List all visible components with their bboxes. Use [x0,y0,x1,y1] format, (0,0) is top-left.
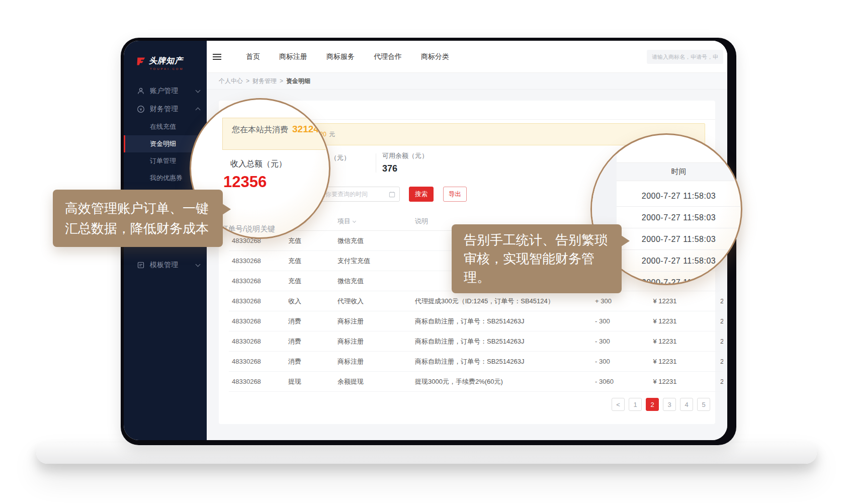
search-button[interactable]: 搜索 [409,187,434,202]
cell-order: 48330268 [229,358,285,365]
stat-label-fragment: （元） [330,153,350,162]
top-navbar: 首页 商标注册 商标服务 代理合作 商标分类 [207,41,727,73]
pagination: < 1 2 3 4 5 [219,398,710,411]
magnified-time-value: 2000-7-27 11:58:03 [617,185,741,207]
stat-available-balance: 可用余额（元） 376 [382,151,428,174]
table-row: 48330268 消费 商标注册 商标自助注册，订单号：SB2514263J -… [229,331,723,352]
magnified-banner-amount: 32124 [292,124,319,135]
cell-project: 微信充值 [335,277,412,286]
logo-name: 头牌知产 [149,56,183,66]
breadcrumb-item[interactable]: 财务管理 [252,77,277,86]
nav-item-trademark-service[interactable]: 商标服务 [319,52,362,61]
magnified-income-value: 12356 [223,173,267,191]
svg-text:¥: ¥ [139,107,142,112]
cell-balance: ¥ 12231 [638,297,692,305]
cell-time: 2000-7-27 11:58:03 [692,317,723,325]
stat-divider [376,153,376,173]
callout-left-text: 高效管理账户订单、一键汇总数据，降低财务成本 [65,201,209,236]
cell-balance: ¥ 12231 [638,358,692,365]
cell-time: 2000-7-27 11:58:03 [692,338,723,345]
sidebar-item-label: 模板管理 [150,261,178,270]
cell-balance: ¥ 12231 [638,317,692,325]
breadcrumb: 个人中心 > 财务管理 > 资金明细 [207,73,727,90]
magnified-time-value: 2000-7-27 11:58:03 [617,207,741,228]
cell-project: 微信充值 [335,236,412,245]
cell-order: 48330268 [229,378,285,385]
page: 头牌知产 TOUPAI.COM 账户管理 ¥ [0,0,853,504]
cell-desc: 商标自助注册，订单号：SB2514263J [412,357,590,366]
callout-right-text: 告别手工统计、告别繁琐审核，实现智能财务管理。 [464,232,608,285]
sidebar-item-label: 账户管理 [150,87,178,96]
chevron-down-icon [196,262,201,267]
breadcrumb-item[interactable]: 个人中心 [219,77,243,86]
cell-amount: - 3060 [590,378,638,385]
cell-desc: 商标自助注册，订单号：SB2514263J [412,317,590,326]
logo-domain: TOUPAI.COM [150,67,207,70]
breadcrumb-separator: > [280,77,283,85]
cell-type: 收入 [285,297,335,306]
user-icon [137,87,145,95]
cell-amount: - 300 [590,358,638,365]
logo-icon [136,56,146,66]
pagination-page-2[interactable]: 2 [646,398,659,411]
cell-order: 48330268 [229,257,285,265]
export-button[interactable]: 导出 [443,187,467,202]
nav-item-home[interactable]: 首页 [239,52,267,61]
cell-project: 余额提现 [335,377,412,386]
cell-amount: + 300 [590,297,638,305]
nav-item-trademark-category[interactable]: 商标分类 [414,52,456,61]
pagination-prev[interactable]: < [612,398,625,411]
finance-icon: ¥ [137,105,145,113]
magnified-time-header: 时间 [617,162,741,181]
top-nav-links: 首页 商标注册 商标服务 代理合作 商标分类 [239,52,461,61]
callout-pointer [222,204,231,215]
laptop-base [36,443,817,464]
chevron-down-icon [196,88,201,93]
magnified-income-label: 收入总额（元） [230,159,287,170]
cell-project: 支付宝充值 [335,257,412,266]
nav-item-trademark-register[interactable]: 商标注册 [272,52,314,61]
cell-amount: - 300 [590,317,638,325]
sort-caret-icon [353,219,356,222]
cell-balance: ¥ 12231 [638,378,692,385]
sidebar-item-finance[interactable]: ¥ 财务管理 [124,100,207,118]
cell-order: 48330268 [229,297,285,305]
cell-time: 2000-7-27 11:58:03 [692,297,723,305]
pagination-page-4[interactable]: 4 [680,398,693,411]
cell-order: 48330268 [229,277,285,285]
cell-desc: 提现3000元，手续费2%(60元) [412,377,590,386]
cell-type: 充值 [285,277,335,286]
magnified-time-value: 2000-7-27 11:58:03 [617,228,741,250]
callout-pointer [621,235,630,246]
trademark-search-input[interactable] [647,50,723,64]
cell-amount: - 300 [590,338,638,345]
col-header-project[interactable]: 项目 [335,217,412,226]
banner-unit: 元 [329,130,335,139]
calendar-icon [389,191,395,200]
cell-type: 消费 [285,317,335,326]
cell-desc: 代理提成300元（ID:1245，订单号：SB45124） [412,297,590,306]
cell-type: 消费 [285,357,335,366]
table-row: 48330268 收入 代理收入 代理提成300元（ID:1245，订单号：SB… [229,291,723,311]
nav-item-agent-cooperation[interactable]: 代理合作 [367,52,409,61]
cell-balance: ¥ 12231 [638,338,692,345]
pagination-page-3[interactable]: 3 [663,398,676,411]
cell-project: 商标注册 [335,317,412,326]
cell-order: 48330268 [229,338,285,345]
pagination-page-5[interactable]: 5 [697,398,710,411]
hamburger-icon[interactable] [213,49,228,64]
stat-value: 376 [382,163,428,174]
sidebar-item-account[interactable]: 账户管理 [124,82,207,100]
cell-desc: 商标自助注册，订单号：SB2514263J [412,337,590,346]
pagination-page-1[interactable]: 1 [629,398,642,411]
sidebar-item-online-recharge[interactable]: 在线充值 [124,118,207,135]
breadcrumb-separator: > [246,77,249,85]
sidebar-item-template[interactable]: 模板管理 [124,256,207,274]
chevron-up-icon [196,108,201,113]
table-row: 48330268 消费 商标注册 商标自助注册，订单号：SB2514263J -… [229,352,723,372]
cell-project: 代理收入 [335,297,412,306]
table-row: 48330268 消费 商标注册 商标自助注册，订单号：SB2514263J -… [229,311,723,331]
cell-time: 2000-7-27 11:58:03 [692,358,723,365]
cell-type: 充值 [285,236,335,245]
callout-right: 告别手工统计、告别繁琐审核，实现智能财务管理。 [452,224,622,293]
